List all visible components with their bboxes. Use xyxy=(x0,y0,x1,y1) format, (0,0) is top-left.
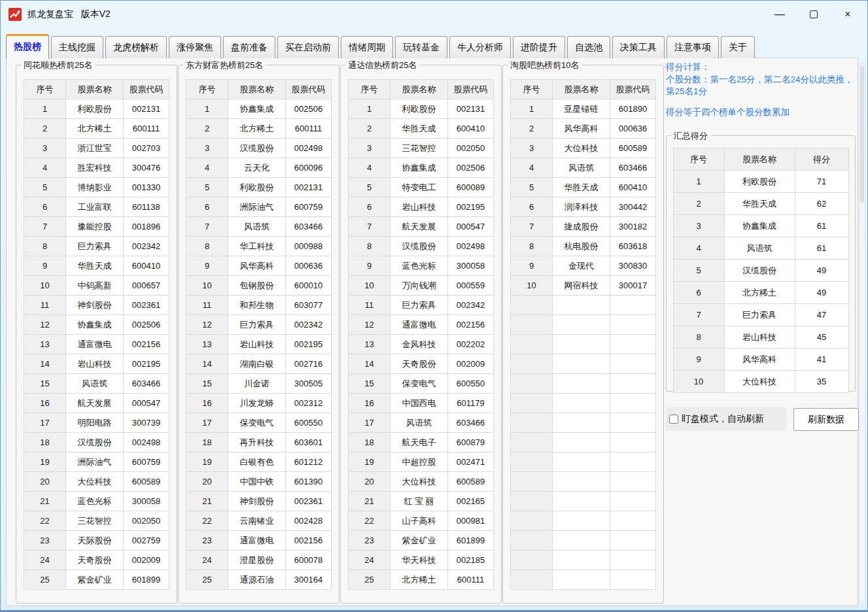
table-row[interactable]: 2北方稀土600111 xyxy=(24,119,169,139)
table-row[interactable]: 16川发龙蟒002312 xyxy=(186,394,332,413)
table-row[interactable]: 23紫金矿业601899 xyxy=(349,531,494,551)
table-row[interactable]: 8岩山科技45 xyxy=(673,326,848,348)
table-row[interactable]: 5特变电工600089 xyxy=(349,178,494,197)
table-row[interactable]: 10大位科技35 xyxy=(673,371,848,393)
tab-item-5[interactable]: 买在启动前 xyxy=(277,36,339,58)
tab-item-11[interactable]: 决策工具 xyxy=(612,36,665,58)
table-row[interactable]: 6洲际油气600759 xyxy=(186,197,332,217)
table-row[interactable]: 6北方稀土49 xyxy=(673,282,848,304)
table-row[interactable]: 23天际股份002759 xyxy=(24,531,169,551)
table-row[interactable]: 2北方稀土600111 xyxy=(186,119,332,139)
table-row[interactable]: 7捷成股份300182 xyxy=(511,217,656,237)
table-row[interactable]: 25紫金矿业601899 xyxy=(24,570,169,590)
table-row[interactable]: 25北方稀土600111 xyxy=(349,570,494,590)
table-row[interactable]: 10万向钱潮000559 xyxy=(349,276,494,296)
table-row[interactable]: 8巨力索具002342 xyxy=(24,237,169,256)
table-row[interactable]: 24澄星股份600078 xyxy=(186,551,332,570)
table-row[interactable]: 3三花智控002050 xyxy=(349,139,494,158)
table-row[interactable]: 4风语筑603466 xyxy=(511,158,656,178)
table-row[interactable]: 15保变电气600550 xyxy=(349,374,494,394)
table-row[interactable]: 8杭电股份603618 xyxy=(511,237,656,256)
table-row[interactable]: 9风华高科000636 xyxy=(186,256,332,276)
table-row[interactable] xyxy=(511,551,656,570)
watch-mode-label[interactable]: 盯盘模式，自动刷新 xyxy=(682,413,764,425)
refresh-data-button[interactable]: 刷新数据 xyxy=(793,408,859,431)
table-row[interactable]: 1利欧股份002131 xyxy=(24,99,169,119)
table-row[interactable]: 24天奇股份002009 xyxy=(24,551,169,570)
watch-mode-checkbox[interactable] xyxy=(669,415,678,424)
table-row[interactable]: 9风华高科41 xyxy=(673,348,848,371)
table-row[interactable]: 1亚星锚链601890 xyxy=(511,99,656,119)
table-row[interactable]: 17明阳电路300739 xyxy=(24,413,169,433)
table-row[interactable]: 3浙江世宝002703 xyxy=(24,139,169,158)
table-row[interactable]: 11和邦生物603077 xyxy=(186,296,332,315)
tab-item-8[interactable]: 牛人分析师 xyxy=(449,36,511,58)
table-row[interactable]: 20大位科技600589 xyxy=(24,472,169,492)
tab-item-10[interactable]: 自选池 xyxy=(567,36,610,58)
table-row[interactable]: 23通富微电002156 xyxy=(186,531,332,551)
table-row[interactable]: 9华胜天成600410 xyxy=(24,256,169,276)
table-row[interactable] xyxy=(511,413,656,433)
table-row[interactable]: 11神剑股份002361 xyxy=(24,296,169,315)
table-row[interactable]: 2华胜天成600410 xyxy=(349,119,494,139)
table-row[interactable]: 18汉缆股份002498 xyxy=(24,433,169,452)
table-row[interactable]: 13金风科技002202 xyxy=(349,335,494,354)
table-row[interactable]: 24华天科技002185 xyxy=(349,551,494,570)
table-row[interactable]: 18航天电子600879 xyxy=(349,433,494,452)
table-row[interactable]: 6工业富联601138 xyxy=(24,197,169,217)
table-row[interactable]: 3大位科技600589 xyxy=(511,139,656,158)
table-row[interactable]: 6岩山科技002195 xyxy=(349,197,494,217)
table-row[interactable]: 11巨力索具002342 xyxy=(349,296,494,315)
table-row[interactable]: 19洲际油气600759 xyxy=(24,452,169,472)
table-row[interactable]: 20大位科技600589 xyxy=(349,472,494,492)
table-row[interactable]: 5汉缆股份49 xyxy=(673,260,848,282)
table-row[interactable] xyxy=(511,472,656,492)
close-button[interactable]: × xyxy=(831,1,865,28)
tab-item-12[interactable]: 注意事项 xyxy=(667,36,719,58)
table-row[interactable]: 9蓝色光标300058 xyxy=(349,256,494,276)
table-row[interactable]: 1利欧股份71 xyxy=(673,171,848,193)
table-row[interactable] xyxy=(511,354,656,374)
table-row[interactable]: 10中钨高新000657 xyxy=(24,276,169,296)
table-row[interactable] xyxy=(511,511,656,531)
table-row[interactable]: 14岩山科技002195 xyxy=(24,354,169,374)
vertical-scrollbar[interactable] xyxy=(859,63,865,604)
tab-item-2[interactable]: 龙虎榜解析 xyxy=(105,36,167,58)
table-row[interactable]: 9金现代300830 xyxy=(511,256,656,276)
table-row[interactable]: 6润泽科技300442 xyxy=(511,197,656,217)
tab-item-4[interactable]: 盘前准备 xyxy=(223,36,275,58)
table-row[interactable]: 12协鑫集成002506 xyxy=(24,315,169,335)
maximize-button[interactable] xyxy=(797,1,831,28)
table-row[interactable]: 12巨力索具002342 xyxy=(186,315,332,335)
table-row[interactable]: 16航天发展000547 xyxy=(24,394,169,413)
table-row[interactable]: 17保变电气600550 xyxy=(186,413,332,433)
table-row[interactable]: 19中超控股002471 xyxy=(349,452,494,472)
table-row[interactable]: 25通源石油300164 xyxy=(186,570,332,590)
minimize-button[interactable]: — xyxy=(763,1,797,28)
tab-item-9[interactable]: 进阶提升 xyxy=(513,36,565,58)
tab-item-13[interactable]: 关于 xyxy=(721,36,755,58)
table-row[interactable]: 19白银有色601212 xyxy=(186,452,332,472)
table-row[interactable]: 7巨力索具47 xyxy=(673,304,848,326)
table-row[interactable]: 21蓝色光标300058 xyxy=(24,492,169,511)
table-row[interactable]: 4协鑫集成002506 xyxy=(349,158,494,178)
table-row[interactable] xyxy=(511,433,656,452)
table-row[interactable]: 10网宿科技300017 xyxy=(511,276,656,296)
table-row[interactable]: 1利欧股份002131 xyxy=(349,99,494,119)
tab-item-3[interactable]: 涨停聚焦 xyxy=(169,36,221,58)
table-row[interactable]: 5华胜天成600410 xyxy=(511,178,656,197)
table-row[interactable]: 4风语筑61 xyxy=(673,237,848,260)
table-row[interactable]: 8汉缆股份002498 xyxy=(349,237,494,256)
table-row[interactable]: 21神剑股份002361 xyxy=(186,492,332,511)
table-row[interactable]: 12通富微电002156 xyxy=(349,315,494,335)
table-row[interactable]: 7豫能控股001896 xyxy=(24,217,169,237)
tab-item-1[interactable]: 主线挖掘 xyxy=(51,36,103,58)
table-row[interactable]: 13通富微电002156 xyxy=(24,335,169,354)
table-row[interactable]: 10包钢股份600010 xyxy=(186,276,332,296)
table-row[interactable]: 22山子高科000981 xyxy=(349,511,494,531)
table-row[interactable] xyxy=(511,452,656,472)
table-row[interactable]: 7航天发展000547 xyxy=(349,217,494,237)
table-row[interactable]: 3汉缆股份002498 xyxy=(186,139,332,158)
table-row[interactable] xyxy=(511,315,656,335)
table-row[interactable]: 13岩山科技002195 xyxy=(186,335,332,354)
